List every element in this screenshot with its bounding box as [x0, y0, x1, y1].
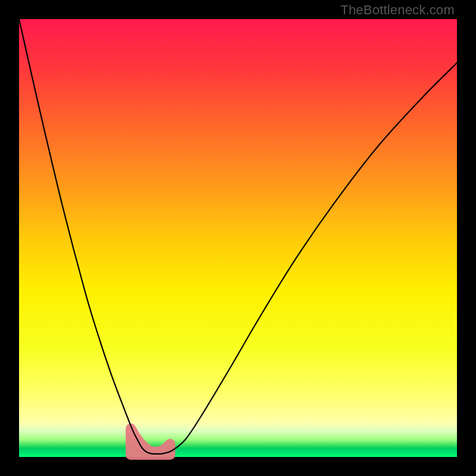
plot-area: [19, 19, 457, 457]
chart-frame: TheBottleneck.com: [0, 0, 476, 476]
curve-layer: [19, 19, 457, 457]
optimal-zone-highlight: [131, 428, 170, 455]
bottleneck-curve: [19, 19, 457, 454]
watermark-text: TheBottleneck.com: [340, 2, 455, 18]
